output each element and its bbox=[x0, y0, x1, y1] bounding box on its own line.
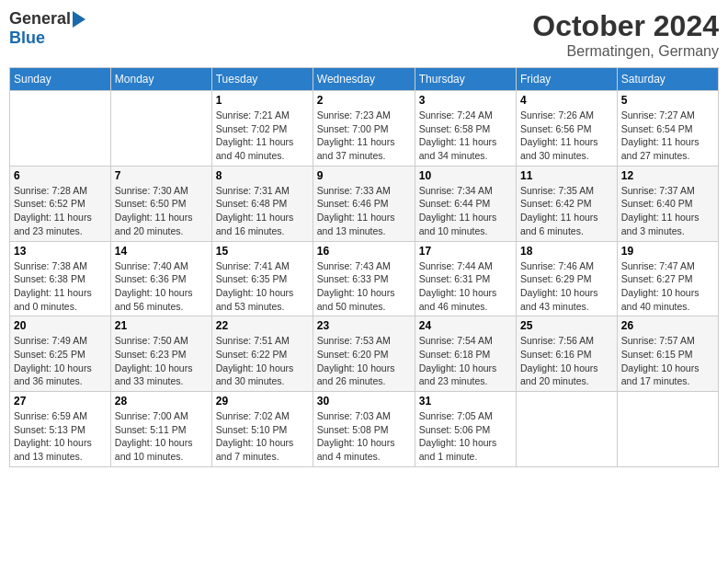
location: Bermatingen, Germany bbox=[532, 43, 719, 60]
calendar-cell: 18Sunrise: 7:46 AM Sunset: 6:29 PM Dayli… bbox=[516, 241, 617, 316]
weekday-header: Tuesday bbox=[211, 68, 313, 91]
day-number: 10 bbox=[419, 169, 512, 182]
day-info: Sunrise: 7:56 AM Sunset: 6:16 PM Dayligh… bbox=[520, 334, 613, 388]
day-info: Sunrise: 7:53 AM Sunset: 6:20 PM Dayligh… bbox=[317, 334, 411, 388]
calendar-week-row: 20Sunrise: 7:49 AM Sunset: 6:25 PM Dayli… bbox=[10, 316, 719, 392]
day-number: 25 bbox=[520, 319, 613, 332]
day-info: Sunrise: 7:57 AM Sunset: 6:15 PM Dayligh… bbox=[621, 334, 714, 388]
day-number: 20 bbox=[14, 319, 107, 332]
day-number: 8 bbox=[216, 169, 309, 182]
calendar-week-row: 1Sunrise: 7:21 AM Sunset: 7:02 PM Daylig… bbox=[10, 91, 719, 167]
day-number: 23 bbox=[317, 319, 411, 332]
weekday-header: Monday bbox=[110, 68, 211, 91]
day-number: 11 bbox=[520, 169, 613, 182]
day-info: Sunrise: 7:27 AM Sunset: 6:54 PM Dayligh… bbox=[621, 109, 714, 163]
calendar-table: SundayMondayTuesdayWednesdayThursdayFrid… bbox=[9, 67, 719, 467]
day-info: Sunrise: 7:49 AM Sunset: 6:25 PM Dayligh… bbox=[14, 334, 107, 388]
day-number: 24 bbox=[419, 319, 512, 332]
calendar-week-row: 27Sunrise: 6:59 AM Sunset: 5:13 PM Dayli… bbox=[10, 392, 719, 467]
calendar-cell: 29Sunrise: 7:02 AM Sunset: 5:10 PM Dayli… bbox=[211, 392, 313, 467]
day-info: Sunrise: 7:38 AM Sunset: 6:38 PM Dayligh… bbox=[14, 259, 107, 314]
calendar-cell: 31Sunrise: 7:05 AM Sunset: 5:06 PM Dayli… bbox=[415, 392, 516, 467]
day-info: Sunrise: 7:02 AM Sunset: 5:10 PM Dayligh… bbox=[216, 409, 309, 464]
logo-arrow-icon bbox=[73, 11, 85, 28]
day-info: Sunrise: 7:33 AM Sunset: 6:46 PM Dayligh… bbox=[317, 184, 411, 238]
weekday-header: Sunday bbox=[10, 68, 111, 91]
calendar-cell bbox=[516, 392, 617, 467]
calendar-cell: 27Sunrise: 6:59 AM Sunset: 5:13 PM Dayli… bbox=[10, 392, 111, 467]
day-number: 27 bbox=[14, 395, 107, 408]
calendar-cell: 14Sunrise: 7:40 AM Sunset: 6:36 PM Dayli… bbox=[110, 241, 211, 316]
weekday-header: Thursday bbox=[415, 68, 516, 91]
day-info: Sunrise: 7:35 AM Sunset: 6:42 PM Dayligh… bbox=[520, 184, 613, 238]
day-info: Sunrise: 7:24 AM Sunset: 6:58 PM Dayligh… bbox=[419, 109, 512, 163]
calendar-cell bbox=[110, 91, 211, 167]
day-number: 28 bbox=[115, 395, 208, 408]
calendar-cell: 4Sunrise: 7:26 AM Sunset: 6:56 PM Daylig… bbox=[516, 91, 617, 167]
calendar-week-row: 6Sunrise: 7:28 AM Sunset: 6:52 PM Daylig… bbox=[10, 166, 719, 241]
calendar-cell: 24Sunrise: 7:54 AM Sunset: 6:18 PM Dayli… bbox=[415, 316, 516, 392]
day-number: 19 bbox=[621, 245, 714, 258]
calendar-cell bbox=[10, 91, 111, 167]
day-number: 9 bbox=[317, 169, 411, 182]
day-info: Sunrise: 7:23 AM Sunset: 7:00 PM Dayligh… bbox=[317, 109, 411, 163]
calendar-cell: 26Sunrise: 7:57 AM Sunset: 6:15 PM Dayli… bbox=[617, 316, 718, 392]
day-info: Sunrise: 7:41 AM Sunset: 6:35 PM Dayligh… bbox=[216, 259, 309, 314]
day-info: Sunrise: 7:28 AM Sunset: 6:52 PM Dayligh… bbox=[14, 184, 107, 238]
day-number: 14 bbox=[115, 245, 208, 258]
day-number: 29 bbox=[216, 395, 309, 408]
calendar-cell: 6Sunrise: 7:28 AM Sunset: 6:52 PM Daylig… bbox=[10, 166, 111, 241]
day-number: 16 bbox=[317, 245, 411, 258]
day-info: Sunrise: 7:44 AM Sunset: 6:31 PM Dayligh… bbox=[419, 259, 512, 314]
day-number: 15 bbox=[216, 245, 309, 258]
calendar-cell bbox=[617, 392, 718, 467]
month-title: October 2024 bbox=[532, 9, 719, 43]
day-info: Sunrise: 7:40 AM Sunset: 6:36 PM Dayligh… bbox=[115, 259, 208, 314]
day-info: Sunrise: 7:51 AM Sunset: 6:22 PM Dayligh… bbox=[216, 334, 309, 388]
day-info: Sunrise: 7:05 AM Sunset: 5:06 PM Dayligh… bbox=[419, 409, 512, 464]
day-info: Sunrise: 7:47 AM Sunset: 6:27 PM Dayligh… bbox=[621, 259, 714, 314]
calendar-cell: 23Sunrise: 7:53 AM Sunset: 6:20 PM Dayli… bbox=[313, 316, 415, 392]
day-number: 30 bbox=[317, 395, 411, 408]
calendar-cell: 8Sunrise: 7:31 AM Sunset: 6:48 PM Daylig… bbox=[211, 166, 313, 241]
day-number: 6 bbox=[14, 169, 107, 182]
day-number: 7 bbox=[115, 169, 208, 182]
calendar-cell: 2Sunrise: 7:23 AM Sunset: 7:00 PM Daylig… bbox=[313, 91, 415, 167]
calendar-cell: 9Sunrise: 7:33 AM Sunset: 6:46 PM Daylig… bbox=[313, 166, 415, 241]
day-number: 3 bbox=[419, 94, 512, 107]
calendar-cell: 30Sunrise: 7:03 AM Sunset: 5:08 PM Dayli… bbox=[313, 392, 415, 467]
calendar-cell: 11Sunrise: 7:35 AM Sunset: 6:42 PM Dayli… bbox=[516, 166, 617, 241]
calendar-cell: 1Sunrise: 7:21 AM Sunset: 7:02 PM Daylig… bbox=[211, 91, 313, 167]
calendar-cell: 21Sunrise: 7:50 AM Sunset: 6:23 PM Dayli… bbox=[110, 316, 211, 392]
day-info: Sunrise: 7:00 AM Sunset: 5:11 PM Dayligh… bbox=[115, 409, 208, 464]
day-info: Sunrise: 7:54 AM Sunset: 6:18 PM Dayligh… bbox=[419, 334, 512, 388]
calendar-cell: 12Sunrise: 7:37 AM Sunset: 6:40 PM Dayli… bbox=[617, 166, 718, 241]
day-number: 1 bbox=[216, 94, 309, 107]
calendar-cell: 13Sunrise: 7:38 AM Sunset: 6:38 PM Dayli… bbox=[10, 241, 111, 316]
day-number: 18 bbox=[520, 245, 613, 258]
logo-general: General bbox=[9, 9, 71, 29]
day-info: Sunrise: 7:03 AM Sunset: 5:08 PM Dayligh… bbox=[317, 409, 411, 464]
calendar-cell: 5Sunrise: 7:27 AM Sunset: 6:54 PM Daylig… bbox=[617, 91, 718, 167]
calendar-cell: 16Sunrise: 7:43 AM Sunset: 6:33 PM Dayli… bbox=[313, 241, 415, 316]
day-number: 22 bbox=[216, 319, 309, 332]
weekday-header: Saturday bbox=[617, 68, 718, 91]
day-number: 31 bbox=[419, 395, 512, 408]
day-number: 12 bbox=[621, 169, 714, 182]
day-info: Sunrise: 7:31 AM Sunset: 6:48 PM Dayligh… bbox=[216, 184, 309, 238]
calendar-cell: 3Sunrise: 7:24 AM Sunset: 6:58 PM Daylig… bbox=[415, 91, 516, 167]
calendar-cell: 19Sunrise: 7:47 AM Sunset: 6:27 PM Dayli… bbox=[617, 241, 718, 316]
day-number: 26 bbox=[621, 319, 714, 332]
calendar-cell: 20Sunrise: 7:49 AM Sunset: 6:25 PM Dayli… bbox=[10, 316, 111, 392]
day-info: Sunrise: 7:43 AM Sunset: 6:33 PM Dayligh… bbox=[317, 259, 411, 314]
day-number: 2 bbox=[317, 94, 411, 107]
calendar-cell: 15Sunrise: 7:41 AM Sunset: 6:35 PM Dayli… bbox=[211, 241, 313, 316]
day-info: Sunrise: 7:30 AM Sunset: 6:50 PM Dayligh… bbox=[115, 184, 208, 238]
logo-blue: Blue bbox=[9, 29, 45, 47]
day-info: Sunrise: 7:34 AM Sunset: 6:44 PM Dayligh… bbox=[419, 184, 512, 238]
day-info: Sunrise: 7:26 AM Sunset: 6:56 PM Dayligh… bbox=[520, 109, 613, 163]
calendar-cell: 10Sunrise: 7:34 AM Sunset: 6:44 PM Dayli… bbox=[415, 166, 516, 241]
day-number: 13 bbox=[14, 245, 107, 258]
day-number: 4 bbox=[520, 94, 613, 107]
weekday-header: Wednesday bbox=[313, 68, 415, 91]
